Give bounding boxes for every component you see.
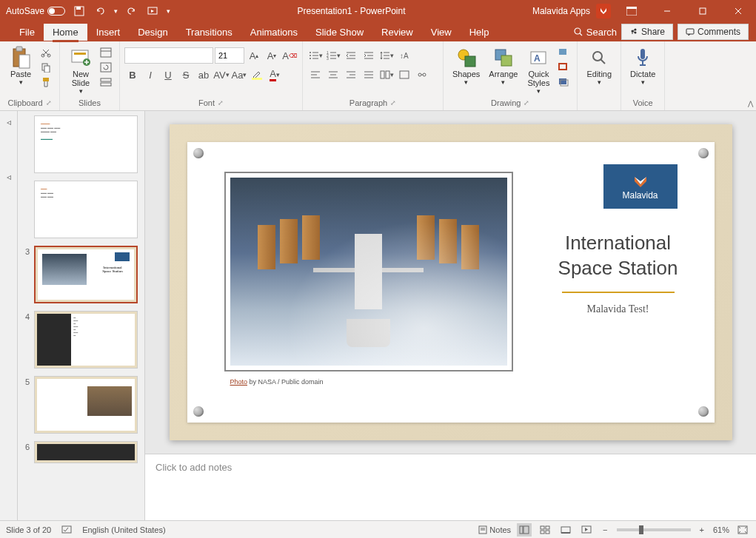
- thumbnail-6[interactable]: 6: [22, 441, 140, 463]
- menu-animations[interactable]: Animations: [241, 24, 307, 41]
- reset-icon[interactable]: [98, 61, 113, 74]
- menu-slideshow[interactable]: Slide Show: [307, 24, 372, 41]
- zoom-level[interactable]: 61%: [713, 525, 729, 534]
- language-status[interactable]: English (United States): [82, 525, 166, 534]
- align-left-icon[interactable]: [307, 67, 324, 83]
- slide-logo[interactable]: Malavida: [603, 164, 678, 209]
- zoom-in-icon[interactable]: +: [697, 525, 707, 534]
- search-box[interactable]: Search: [573, 27, 617, 38]
- font-family-select[interactable]: [124, 47, 213, 64]
- shape-outline-icon[interactable]: [556, 61, 571, 74]
- collapse-ribbon-icon[interactable]: ⋀: [748, 100, 753, 107]
- align-text-icon[interactable]: [396, 67, 412, 83]
- bullets-icon[interactable]: ▾: [307, 47, 324, 64]
- menu-design[interactable]: Design: [129, 24, 176, 41]
- menu-help[interactable]: Help: [461, 24, 498, 41]
- decrease-indent-icon[interactable]: [343, 47, 359, 64]
- normal-view-icon[interactable]: [517, 523, 532, 537]
- maximize-icon[interactable]: [688, 0, 717, 22]
- spellcheck-icon[interactable]: [61, 524, 72, 536]
- spacing-icon[interactable]: AV▾: [213, 67, 230, 83]
- smartart-icon[interactable]: [414, 67, 430, 83]
- notes-toggle[interactable]: Notes: [478, 525, 511, 534]
- undo-icon[interactable]: [93, 4, 107, 18]
- increase-indent-icon[interactable]: [361, 47, 377, 64]
- account-name[interactable]: Malavida Apps: [532, 6, 590, 16]
- section-icon[interactable]: [98, 75, 113, 89]
- account-avatar-icon[interactable]: [596, 4, 611, 19]
- shapes-button[interactable]: Shapes▾: [448, 44, 484, 87]
- underline-button[interactable]: U: [160, 67, 176, 83]
- close-icon[interactable]: [723, 0, 753, 22]
- change-case-icon[interactable]: Aa▾: [231, 67, 247, 83]
- quick-styles-button[interactable]: A Quick Styles▾: [522, 44, 555, 96]
- shadow-button[interactable]: ab: [195, 67, 212, 83]
- ribbon-mode-icon[interactable]: [617, 0, 646, 22]
- shape-effects-icon[interactable]: [556, 75, 571, 89]
- outline-collapse-icon[interactable]: ◃: [7, 117, 11, 127]
- justify-icon[interactable]: [361, 67, 377, 83]
- slide[interactable]: Malavida International Space Station Mal…: [170, 124, 732, 440]
- text-direction-icon[interactable]: ↕A: [396, 47, 412, 64]
- slide-subtitle[interactable]: Malavida Test!: [544, 303, 692, 315]
- caption-link[interactable]: Photo: [230, 378, 248, 386]
- columns-icon[interactable]: ▾: [378, 67, 395, 83]
- outline-collapse-icon-2[interactable]: ◃: [7, 172, 11, 182]
- decrease-font-icon[interactable]: A▾: [264, 47, 280, 64]
- zoom-out-icon[interactable]: −: [600, 525, 610, 534]
- thumbnail-2[interactable]: ━━━━▬▬ ▬▬▬▬ ▬▬: [22, 181, 140, 238]
- menu-review[interactable]: Review: [372, 24, 422, 41]
- save-icon[interactable]: [73, 4, 86, 18]
- slide-counter[interactable]: Slide 3 of 20: [6, 525, 51, 534]
- increase-font-icon[interactable]: A▴: [246, 47, 262, 64]
- zoom-slider[interactable]: [617, 528, 691, 531]
- thumbnail-3[interactable]: 3 InternationalSpace Station: [22, 246, 140, 303]
- thumbnail-4[interactable]: 4 ▬▬▬▬▬▬▬▬▬▬: [22, 311, 140, 369]
- strike-button[interactable]: S: [178, 67, 194, 83]
- thumbnail-pane[interactable]: ━━━━━━▬▬ ▬▬ ▬▬▬▬▬ ▬▬▬▬▬▬ ━━━━▬▬ ▬▬▬▬ ▬▬ …: [18, 111, 145, 520]
- slide-title[interactable]: International Space Station: [544, 231, 692, 281]
- menu-file[interactable]: File: [10, 24, 44, 41]
- minimize-icon[interactable]: [652, 0, 682, 22]
- slideshow-icon[interactable]: [146, 4, 159, 18]
- menu-insert[interactable]: Insert: [87, 24, 130, 41]
- italic-button[interactable]: I: [142, 67, 158, 83]
- dictate-button[interactable]: Dictate▾: [626, 44, 660, 87]
- shape-fill-icon[interactable]: [556, 46, 571, 59]
- editing-button[interactable]: Editing▾: [582, 44, 616, 87]
- fit-window-icon[interactable]: [735, 523, 750, 537]
- paste-button[interactable]: Paste ▾: [4, 44, 37, 87]
- numbering-icon[interactable]: 123▾: [325, 47, 341, 64]
- arrange-button[interactable]: Arrange▾: [484, 44, 522, 87]
- line-spacing-icon[interactable]: ▾: [378, 47, 395, 64]
- highlight-icon[interactable]: [249, 67, 265, 83]
- bold-button[interactable]: B: [124, 67, 141, 83]
- copy-icon[interactable]: [39, 61, 53, 74]
- slideshow-view-icon[interactable]: [579, 523, 594, 537]
- cut-icon[interactable]: [39, 46, 53, 59]
- font-launcher-icon[interactable]: ⤢: [218, 99, 224, 107]
- format-painter-icon[interactable]: [39, 75, 53, 89]
- menu-view[interactable]: View: [422, 24, 461, 41]
- reading-view-icon[interactable]: [558, 523, 573, 537]
- font-size-select[interactable]: [215, 47, 244, 64]
- sorter-view-icon[interactable]: [538, 523, 552, 537]
- clear-format-icon[interactable]: A⌫: [281, 47, 298, 64]
- redo-icon[interactable]: [125, 4, 138, 18]
- clipboard-launcher-icon[interactable]: ⤢: [46, 99, 52, 107]
- align-right-icon[interactable]: [343, 67, 359, 83]
- font-color-icon[interactable]: A▾: [267, 67, 283, 83]
- layout-icon[interactable]: [98, 46, 113, 59]
- comments-button[interactable]: Comments: [678, 24, 749, 40]
- undo-dropdown-icon[interactable]: ▾: [114, 7, 118, 15]
- new-slide-button[interactable]: New Slide ▾: [64, 44, 97, 96]
- slide-image[interactable]: [224, 172, 513, 371]
- slide-canvas[interactable]: Malavida International Space Station Mal…: [145, 111, 756, 454]
- notes-area[interactable]: Click to add notes: [145, 454, 756, 520]
- menu-home[interactable]: Home: [44, 24, 87, 41]
- share-button[interactable]: Share: [621, 24, 673, 40]
- autosave-toggle[interactable]: AutoSave: [6, 6, 65, 16]
- paragraph-launcher-icon[interactable]: ⤢: [390, 99, 396, 107]
- drawing-launcher-icon[interactable]: ⤢: [523, 99, 529, 107]
- thumbnail-5[interactable]: 5: [22, 376, 140, 434]
